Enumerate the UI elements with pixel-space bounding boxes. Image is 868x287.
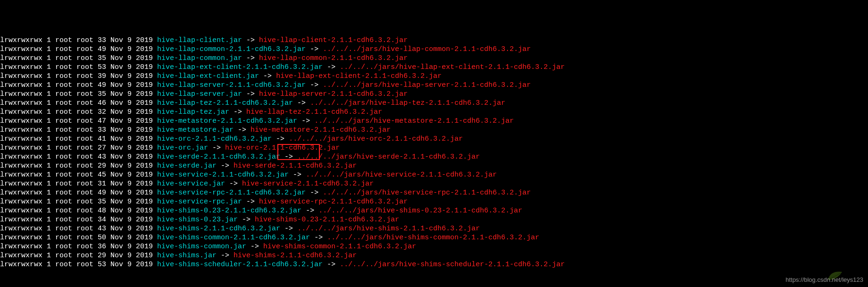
- file-meta: lrwxrwxrwx 1 root root 35 Nov 9 2019: [0, 198, 157, 206]
- symlink-target: hive-service-2.1.1-cdh6.3.2.jar: [242, 180, 374, 188]
- symlink-arrow: ->: [272, 135, 289, 143]
- ls-row: lrwxrwxrwx 1 root root 43 Nov 9 2019 hiv…: [0, 224, 868, 233]
- symlink-source: hive-metastore.jar: [157, 126, 234, 134]
- file-meta: lrwxrwxrwx 1 root root 29 Nov 9 2019: [0, 162, 157, 170]
- symlink-arrow: ->: [242, 36, 259, 44]
- symlink-target: hive-metastore-2.1.1-cdh6.3.2.jar: [250, 126, 391, 134]
- symlink-source: hive-shims.jar: [157, 252, 217, 260]
- symlink-source: hive-llap-server.jar: [157, 90, 242, 98]
- symlink-target: ../../../jars/hive-llap-common-2.1.1-cdh…: [323, 45, 531, 53]
- symlink-target: ../../../jars/hive-service-rpc-2.1.1-cdh…: [323, 189, 531, 197]
- symlink-arrow: ->: [259, 72, 276, 80]
- file-meta: lrwxrwxrwx 1 root root 41 Nov 9 2019: [0, 135, 157, 143]
- ls-row: lrwxrwxrwx 1 root root 48 Nov 9 2019 hiv…: [0, 206, 868, 215]
- file-meta: lrwxrwxrwx 1 root root 33 Nov 9 2019: [0, 126, 157, 134]
- symlink-arrow: ->: [293, 99, 310, 107]
- symlink-arrow: ->: [310, 234, 327, 242]
- ls-row: lrwxrwxrwx 1 root root 29 Nov 9 2019 hiv…: [0, 251, 868, 260]
- ls-row: lrwxrwxrwx 1 root root 43 Nov 9 2019 hiv…: [0, 152, 868, 161]
- symlink-target: ../../../jars/hive-shims-0.23-2.1.1-cdh6…: [318, 207, 522, 215]
- symlink-source: hive-shims-0.23-2.1.1-cdh6.3.2.jar: [157, 207, 301, 215]
- ls-row: lrwxrwxrwx 1 root root 35 Nov 9 2019 hiv…: [0, 197, 868, 206]
- file-meta: lrwxrwxrwx 1 root root 36 Nov 9 2019: [0, 243, 157, 251]
- symlink-arrow: ->: [229, 108, 246, 116]
- symlink-source: hive-llap-common.jar: [157, 54, 242, 62]
- symlink-target: hive-llap-server-2.1.1-cdh6.3.2.jar: [259, 90, 408, 98]
- file-meta: lrwxrwxrwx 1 root root 48 Nov 9 2019: [0, 207, 157, 215]
- symlink-source: hive-shims-0.23.jar: [157, 216, 238, 224]
- symlink-target: hive-llap-ext-client-2.1.1-cdh6.3.2.jar: [276, 72, 442, 80]
- symlink-target: ../../../jars/hive-service-2.1.1-cdh6.3.…: [306, 171, 497, 179]
- symlink-target: ../../../jars/hive-metastore-2.1.1-cdh6.…: [314, 117, 514, 125]
- ls-row: lrwxrwxrwx 1 root root 49 Nov 9 2019 hiv…: [0, 81, 868, 90]
- symlink-target: ../../../jars/hive-orc-2.1.1-cdh6.3.2.ja…: [289, 135, 463, 143]
- symlink-arrow: ->: [238, 216, 255, 224]
- ls-row: lrwxrwxrwx 1 root root 33 Nov 9 2019 hiv…: [0, 126, 868, 135]
- symlink-target: hive-llap-common-2.1.1-cdh6.3.2.jar: [259, 54, 408, 62]
- ls-row: lrwxrwxrwx 1 root root 33 Nov 9 2019 hiv…: [0, 36, 868, 45]
- symlink-arrow: ->: [306, 81, 323, 89]
- symlink-source: hive-shims-common.jar: [157, 243, 246, 251]
- file-meta: lrwxrwxrwx 1 root root 35 Nov 9 2019: [0, 90, 157, 98]
- symlink-arrow: ->: [225, 180, 242, 188]
- symlink-target: ../../../jars/hive-llap-ext-client-2.1.1…: [340, 63, 565, 71]
- symlink-target: ../../../jars/hive-shims-common-2.1.1-cd…: [327, 234, 539, 242]
- symlink-source: hive-metastore-2.1.1-cdh6.3.2.jar: [157, 117, 297, 125]
- file-meta: lrwxrwxrwx 1 root root 35 Nov 9 2019: [0, 54, 157, 62]
- file-meta: lrwxrwxrwx 1 root root 49 Nov 9 2019: [0, 81, 157, 89]
- ls-row: lrwxrwxrwx 1 root root 35 Nov 9 2019 hiv…: [0, 54, 868, 63]
- ls-row: lrwxrwxrwx 1 root root 29 Nov 9 2019 hiv…: [0, 161, 868, 170]
- symlink-source: hive-llap-common-2.1.1-cdh6.3.2.jar: [157, 45, 306, 53]
- symlink-source: hive-service-2.1.1-cdh6.3.2.jar: [157, 171, 289, 179]
- symlink-target: ../../../jars/hive-shims-2.1.1-cdh6.3.2.…: [297, 225, 480, 233]
- symlink-source: hive-serde-2.1.1-cdh6.3.2.jar: [157, 153, 280, 161]
- symlink-arrow: ->: [280, 225, 297, 233]
- symlink-source: hive-llap-server-2.1.1-cdh6.3.2.jar: [157, 81, 306, 89]
- ls-row: lrwxrwxrwx 1 root root 31 Nov 9 2019 hiv…: [0, 179, 868, 188]
- ls-row: lrwxrwxrwx 1 root root 27 Nov 9 2019 hiv…: [0, 144, 868, 152]
- file-meta: lrwxrwxrwx 1 root root 31 Nov 9 2019: [0, 180, 157, 188]
- ls-row: lrwxrwxrwx 1 root root 49 Nov 9 2019 hiv…: [0, 45, 868, 54]
- file-meta: lrwxrwxrwx 1 root root 49 Nov 9 2019: [0, 45, 157, 53]
- symlink-arrow: ->: [208, 144, 225, 152]
- symlink-arrow: ->: [280, 153, 297, 161]
- file-meta: lrwxrwxrwx 1 root root 39 Nov 9 2019: [0, 72, 157, 80]
- file-meta: lrwxrwxrwx 1 root root 53 Nov 9 2019: [0, 261, 157, 269]
- symlink-target: hive-llap-tez-2.1.1-cdh6.3.2.jar: [246, 108, 382, 116]
- symlink-arrow: ->: [246, 243, 263, 251]
- symlink-arrow: ->: [242, 90, 259, 98]
- terminal-output[interactable]: lrwxrwxrwx 1 root root 33 Nov 9 2019 hiv…: [0, 36, 868, 269]
- symlink-target: hive-shims-common-2.1.1-cdh6.3.2.jar: [263, 243, 416, 251]
- file-meta: lrwxrwxrwx 1 root root 46 Nov 9 2019: [0, 99, 157, 107]
- watermark-text: https://blog.csdn.net/leys123: [785, 275, 863, 284]
- ls-row: lrwxrwxrwx 1 root root 47 Nov 9 2019 hiv…: [0, 117, 868, 126]
- symlink-target: hive-shims-0.23-2.1.1-cdh6.3.2.jar: [255, 216, 399, 224]
- symlink-source: hive-service-rpc-2.1.1-cdh6.3.2.jar: [157, 189, 306, 197]
- symlink-source: hive-llap-ext-client.jar: [157, 72, 259, 80]
- file-meta: lrwxrwxrwx 1 root root 47 Nov 9 2019: [0, 117, 157, 125]
- ls-row: lrwxrwxrwx 1 root root 50 Nov 9 2019 hiv…: [0, 233, 868, 242]
- symlink-source: hive-shims-common-2.1.1-cdh6.3.2.jar: [157, 234, 310, 242]
- symlink-target: hive-serde-2.1.1-cdh6.3.2.jar: [234, 162, 357, 170]
- ls-row: lrwxrwxrwx 1 root root 49 Nov 9 2019 hiv…: [0, 188, 868, 197]
- file-meta: lrwxrwxrwx 1 root root 27 Nov 9 2019: [0, 144, 157, 152]
- symlink-arrow: ->: [217, 162, 234, 170]
- symlink-target: hive-orc-2.1.1-cdh6.3.2.jar: [225, 144, 340, 152]
- ls-row: lrwxrwxrwx 1 root root 41 Nov 9 2019 hiv…: [0, 135, 868, 144]
- symlink-source: hive-orc.jar: [157, 144, 208, 152]
- file-meta: lrwxrwxrwx 1 root root 33 Nov 9 2019: [0, 36, 157, 44]
- ls-row: lrwxrwxrwx 1 root root 45 Nov 9 2019 hiv…: [0, 170, 868, 179]
- symlink-arrow: ->: [306, 189, 323, 197]
- ls-row: lrwxrwxrwx 1 root root 46 Nov 9 2019 hiv…: [0, 99, 868, 108]
- symlink-target: hive-llap-client-2.1.1-cdh6.3.2.jar: [259, 36, 408, 44]
- symlink-source: hive-llap-tez.jar: [157, 108, 229, 116]
- ls-row: lrwxrwxrwx 1 root root 36 Nov 9 2019 hiv…: [0, 242, 868, 251]
- ls-row: lrwxrwxrwx 1 root root 39 Nov 9 2019 hiv…: [0, 72, 868, 81]
- symlink-source: hive-llap-ext-client-2.1.1-cdh6.3.2.jar: [157, 63, 323, 71]
- symlink-source: hive-shims-scheduler-2.1.1-cdh6.3.2.jar: [157, 261, 323, 269]
- symlink-target: hive-shims-2.1.1-cdh6.3.2.jar: [234, 252, 357, 260]
- symlink-source: hive-service-rpc.jar: [157, 198, 242, 206]
- symlink-arrow: ->: [323, 63, 340, 71]
- file-meta: lrwxrwxrwx 1 root root 53 Nov 9 2019: [0, 63, 157, 71]
- symlink-target: ../../../jars/hive-serde-2.1.1-cdh6.3.2.…: [297, 153, 480, 161]
